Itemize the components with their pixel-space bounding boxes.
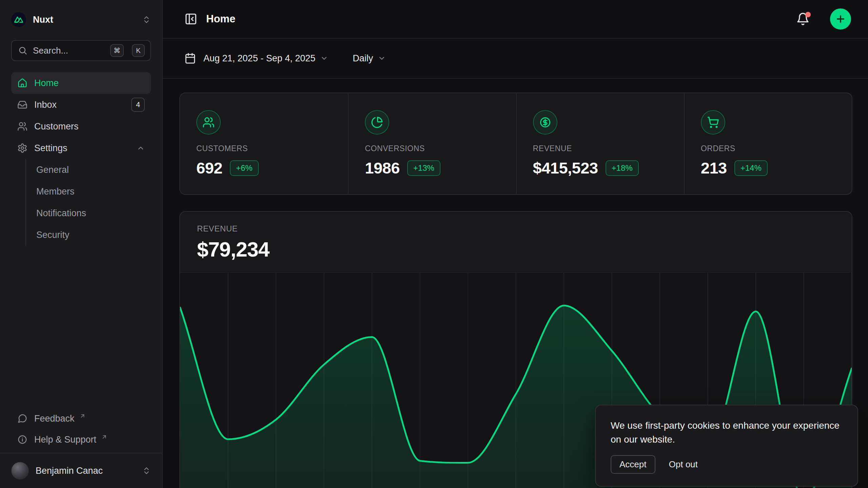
calendar-icon	[184, 53, 196, 64]
sidebar-item-notifications[interactable]: Notifications	[36, 202, 151, 224]
sidebar-item-label: Security	[36, 230, 70, 240]
stat-icon-circle	[701, 110, 725, 135]
kbd-cmd: ⌘	[110, 44, 124, 57]
sidebar-item-label: Inbox	[34, 100, 124, 110]
gear-icon	[17, 143, 27, 153]
stat-revenue[interactable]: REVENUE $415,523 +18%	[516, 93, 684, 194]
stat-label: CUSTOMERS	[196, 144, 332, 153]
revenue-value: $79,234	[197, 238, 835, 261]
feedback-link[interactable]: Feedback	[11, 408, 151, 429]
sidebar-item-general[interactable]: General	[36, 159, 151, 181]
chevron-down-icon	[378, 54, 386, 62]
stat-label: REVENUE	[533, 144, 668, 153]
sidebar-item-label: Notifications	[36, 208, 86, 219]
external-link-icon	[79, 413, 86, 419]
sidebar: Nuxt Search... ⌘ K Home Inbox 4 Customer…	[0, 0, 163, 488]
message-circle-icon	[17, 413, 27, 424]
sidebar-item-label: Members	[36, 186, 75, 197]
search-placeholder: Search...	[33, 45, 105, 56]
date-range-picker[interactable]: Aug 21, 2025 - Sep 4, 2025	[184, 53, 328, 64]
help-support-link[interactable]: Help & Support	[11, 429, 151, 450]
stat-customers[interactable]: CUSTOMERS 692 +6%	[180, 93, 348, 194]
accept-cookies-button[interactable]: Accept	[611, 455, 655, 474]
search-icon	[18, 46, 27, 55]
chevron-down-icon	[320, 54, 328, 62]
notifications-button[interactable]	[796, 12, 810, 26]
cookie-actions: Accept Opt out	[611, 455, 843, 474]
search-input[interactable]: Search... ⌘ K	[11, 40, 151, 61]
cookie-message: We use first-party cookies to enhance yo…	[611, 419, 843, 446]
filters-toolbar: Aug 21, 2025 - Sep 4, 2025 Daily	[163, 39, 868, 79]
user-name: Benjamin Canac	[36, 466, 135, 476]
info-icon	[17, 434, 27, 445]
sidebar-item-home[interactable]: Home	[11, 72, 151, 94]
stat-conversions[interactable]: CONVERSIONS 1986 +13%	[348, 93, 516, 194]
chart-pie-icon	[371, 116, 383, 128]
workspace-switcher[interactable]: Nuxt	[0, 3, 162, 36]
external-link-icon	[101, 434, 107, 440]
page-title: Home	[206, 13, 787, 25]
users-icon	[17, 121, 27, 131]
shopping-cart-icon	[707, 116, 719, 128]
stat-value: $415,523	[533, 159, 598, 177]
home-icon	[17, 78, 27, 88]
inbox-count-badge: 4	[131, 98, 145, 112]
granularity-select[interactable]: Daily	[353, 53, 386, 64]
users-icon	[202, 116, 215, 128]
stat-value: 692	[196, 159, 222, 177]
stat-delta-badge: +14%	[734, 160, 768, 176]
date-range-label: Aug 21, 2025 - Sep 4, 2025	[203, 53, 315, 64]
stat-value: 213	[701, 159, 727, 177]
help-support-label: Help & Support	[34, 434, 96, 445]
sidebar-nav: Home Inbox 4 Customers Settings General …	[11, 72, 151, 246]
inbox-icon	[17, 100, 27, 110]
dashboard-app: Nuxt Search... ⌘ K Home Inbox 4 Customer…	[0, 0, 868, 488]
page-header: Home	[163, 0, 868, 39]
stat-delta-badge: +13%	[407, 160, 440, 176]
sidebar-footer-links: Feedback Help & Support	[0, 408, 162, 453]
user-menu[interactable]: Benjamin Canac	[0, 453, 162, 488]
cookie-banner: We use first-party cookies to enhance yo…	[595, 405, 858, 487]
stat-delta-badge: +18%	[606, 160, 639, 176]
chevron-up-icon	[137, 144, 145, 152]
granularity-label: Daily	[353, 53, 373, 64]
settings-submenu: General Members Notifications Security	[25, 159, 151, 246]
sidebar-spacer	[0, 246, 162, 408]
collapse-sidebar-icon[interactable]	[184, 13, 197, 25]
chevrons-up-down-icon	[142, 15, 151, 24]
add-button[interactable]	[830, 8, 851, 29]
stat-orders[interactable]: ORDERS 213 +14%	[684, 93, 852, 194]
stat-icon-circle	[365, 110, 389, 135]
sidebar-item-label: General	[36, 165, 69, 175]
stat-icon-circle	[196, 110, 221, 135]
nuxt-logo-icon	[11, 12, 26, 27]
stat-icon-circle	[533, 110, 557, 135]
sidebar-item-members[interactable]: Members	[36, 181, 151, 202]
sidebar-item-security[interactable]: Security	[36, 224, 151, 246]
revenue-label: REVENUE	[197, 224, 835, 233]
optout-cookies-button[interactable]: Opt out	[669, 459, 698, 470]
revenue-card-header: REVENUE $79,234	[180, 212, 852, 272]
sidebar-item-label: Home	[34, 78, 145, 88]
sidebar-item-label: Settings	[34, 143, 130, 154]
chevrons-up-down-icon	[142, 466, 151, 475]
sidebar-item-customers[interactable]: Customers	[11, 116, 151, 137]
sidebar-item-inbox[interactable]: Inbox 4	[11, 94, 151, 116]
stat-label: ORDERS	[701, 144, 835, 153]
feedback-label: Feedback	[34, 413, 75, 424]
notification-dot	[805, 12, 811, 17]
user-avatar	[11, 462, 29, 480]
sidebar-item-settings[interactable]: Settings	[11, 137, 151, 159]
stat-delta-badge: +6%	[230, 160, 259, 176]
stats-card: CUSTOMERS 692 +6% CONVERSIONS 1986 +13%	[179, 93, 852, 195]
plus-icon	[835, 14, 846, 24]
stat-label: CONVERSIONS	[365, 144, 499, 153]
circle-dollar-icon	[539, 116, 551, 128]
sidebar-item-label: Customers	[34, 121, 145, 132]
kbd-k: K	[132, 44, 145, 57]
workspace-name: Nuxt	[33, 15, 135, 25]
stat-value: 1986	[365, 159, 400, 177]
